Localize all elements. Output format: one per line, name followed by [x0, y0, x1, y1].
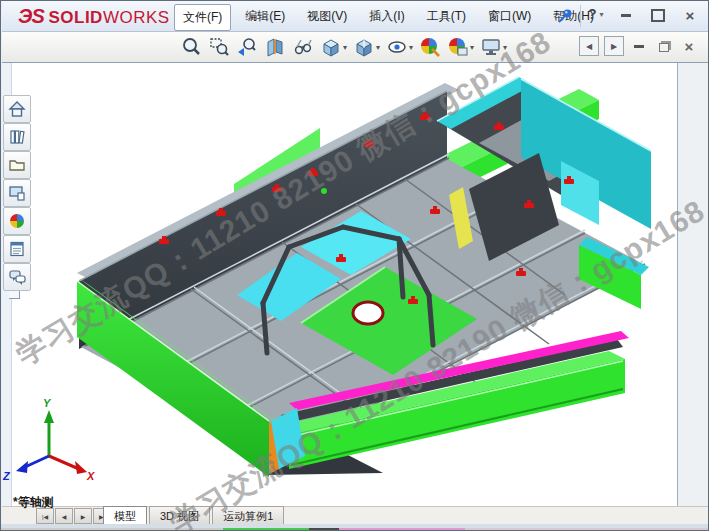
annotation-view-button[interactable]	[290, 35, 316, 59]
home-icon	[8, 100, 26, 118]
tab-3d-views[interactable]: 3D 视图	[149, 506, 210, 524]
restore-icon	[659, 43, 669, 52]
solidworks-logo: ЭS SOLIDWORKS	[18, 5, 170, 28]
document-tabs: 模型 3D 视图 运动算例1	[103, 506, 286, 524]
graphics-viewport[interactable]	[2, 63, 677, 506]
tab-motion-study-1[interactable]: 运动算例1	[212, 506, 284, 524]
chevron-down-icon: ▾	[343, 43, 347, 52]
section-view-button[interactable]	[262, 35, 288, 59]
menu-view[interactable]: 视图(V)	[299, 4, 355, 31]
zoom-to-area-button[interactable]	[206, 35, 232, 59]
document-restore-button[interactable]	[654, 37, 674, 55]
hide-show-items-icon	[386, 36, 408, 58]
annotation-view-icon	[292, 36, 314, 58]
solidworks-window: ЭS SOLIDWORKS 文件(F) 编辑(E) 视图(V) 插入(I) 工具…	[0, 0, 709, 531]
design-library-icon	[8, 128, 26, 146]
taskpane-view-palette-button[interactable]	[3, 179, 31, 207]
previous-view-button[interactable]	[234, 35, 260, 59]
document-window-controls: ◀ ▶ ×	[579, 36, 699, 56]
chevron-down-icon: ▾	[409, 43, 413, 52]
menu-bar: 文件(F) 编辑(E) 视图(V) 插入(I) 工具(T) 窗口(W) 帮助(H…	[174, 4, 602, 31]
view-palette-icon	[8, 184, 26, 202]
previous-document-button[interactable]: ◀	[579, 36, 599, 56]
chevron-down-icon: ▾	[376, 43, 380, 52]
taskpane-forum-button[interactable]	[3, 263, 31, 291]
heads-up-toolbar: ▾ ▾ ▾	[2, 32, 709, 63]
tab-scroll-buttons: |◀ ◀ ▶ ▶|	[36, 508, 111, 524]
tab-model[interactable]: 模型	[103, 506, 147, 524]
maximize-button[interactable]	[645, 5, 671, 25]
close-icon: ×	[685, 39, 694, 54]
taskpane-appearances-button[interactable]	[3, 207, 31, 235]
view-orientation-button[interactable]: ▾	[318, 35, 349, 59]
display-style-icon	[353, 36, 375, 58]
document-minimize-button[interactable]	[629, 37, 649, 55]
titlebar-separator	[580, 5, 581, 27]
logo-mark: ЭS	[18, 5, 44, 27]
view-settings-button[interactable]: ▾	[478, 35, 509, 59]
zoom-to-fit-button[interactable]	[178, 35, 204, 59]
tab-next-button[interactable]: ▶	[74, 508, 92, 524]
zoom-to-area-icon	[208, 36, 230, 58]
appearances-icon	[8, 212, 26, 230]
close-button[interactable]: ×	[677, 5, 703, 25]
pin-menu-button[interactable]	[554, 6, 576, 26]
chevron-down-icon: ▾	[600, 10, 604, 19]
minimize-button[interactable]	[613, 5, 639, 25]
view-orientation-icon	[320, 36, 342, 58]
next-document-button[interactable]: ▶	[604, 36, 624, 56]
help-button[interactable]: ? ▾	[588, 6, 604, 22]
maximize-icon	[651, 9, 665, 22]
help-icon: ?	[588, 6, 597, 22]
folder-icon	[8, 156, 26, 174]
chevron-down-icon: ▾	[503, 43, 507, 52]
display-style-button[interactable]: ▾	[351, 35, 382, 59]
document-close-button[interactable]: ×	[679, 37, 699, 55]
close-icon: ×	[686, 8, 695, 23]
menu-tools[interactable]: 工具(T)	[419, 4, 474, 31]
forum-chat-icon	[8, 268, 26, 286]
edit-appearance-button[interactable]	[417, 35, 443, 59]
menu-window[interactable]: 窗口(W)	[480, 4, 539, 31]
apply-scene-button[interactable]: ▾	[445, 35, 476, 59]
title-bar: ЭS SOLIDWORKS 文件(F) 编辑(E) 视图(V) 插入(I) 工具…	[2, 1, 709, 32]
taskpane-home-button[interactable]	[3, 95, 31, 123]
minimize-icon	[634, 45, 644, 48]
taskpane-custom-properties-button[interactable]	[3, 235, 31, 263]
minimize-icon	[621, 14, 631, 17]
zoom-to-fit-icon	[180, 36, 202, 58]
edit-appearance-icon	[419, 36, 441, 58]
menu-insert[interactable]: 插入(I)	[361, 4, 412, 31]
apply-scene-icon	[447, 36, 469, 58]
hide-show-items-button[interactable]: ▾	[384, 35, 415, 59]
taskpane-file-explorer-button[interactable]	[3, 151, 31, 179]
tab-first-button[interactable]: |◀	[36, 508, 54, 524]
previous-view-icon	[236, 36, 258, 58]
taskpane-design-library-button[interactable]	[3, 123, 31, 151]
view-settings-icon	[480, 36, 502, 58]
section-view-icon	[264, 36, 286, 58]
window-controls: ×	[613, 5, 703, 25]
view-toolbar-buttons: ▾ ▾ ▾	[178, 35, 511, 59]
custom-properties-icon	[8, 240, 26, 258]
chevron-down-icon: ▾	[470, 43, 474, 52]
menu-file[interactable]: 文件(F)	[174, 4, 231, 31]
task-pane	[677, 63, 709, 506]
pin-icon	[556, 7, 574, 25]
menu-edit[interactable]: 编辑(E)	[237, 4, 293, 31]
tab-prev-button[interactable]: ◀	[55, 508, 73, 524]
